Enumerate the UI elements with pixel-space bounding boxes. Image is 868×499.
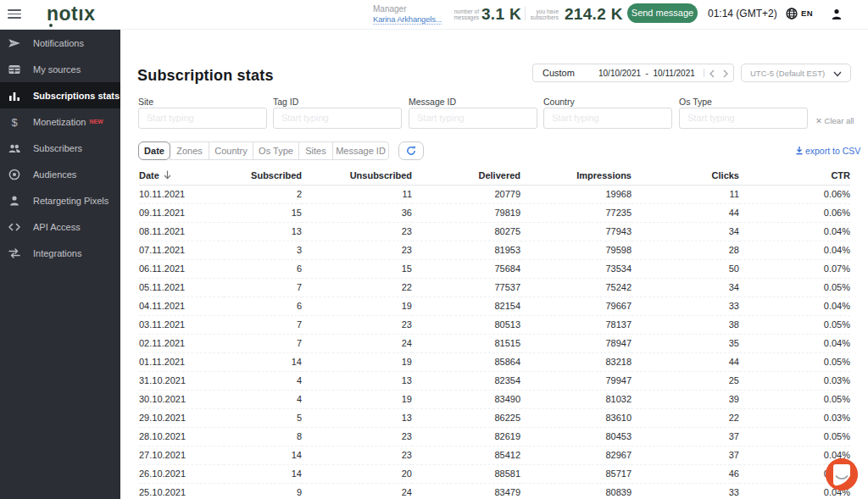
svg-text:$: $ — [12, 116, 19, 129]
